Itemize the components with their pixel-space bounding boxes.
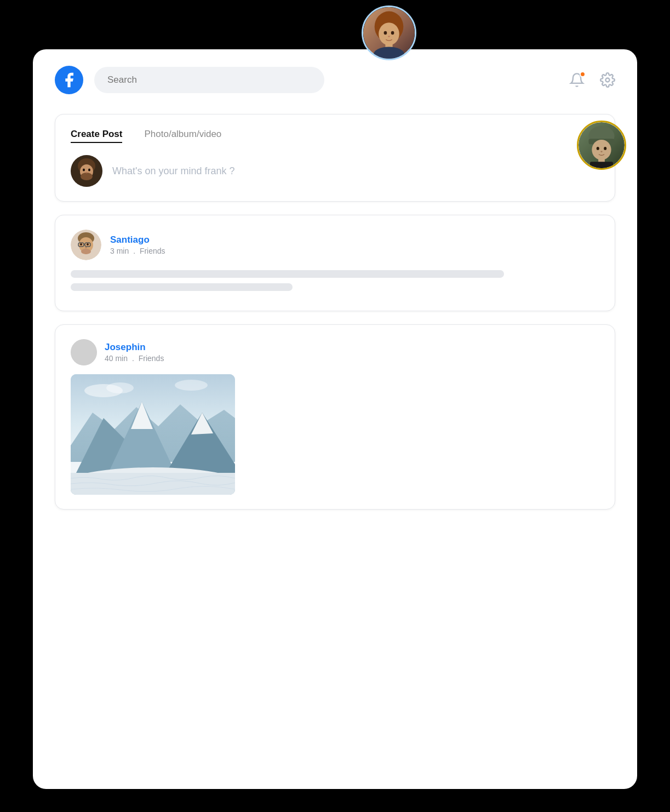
svg-point-9 xyxy=(592,140,611,160)
floating-avatar-right[interactable] xyxy=(577,121,626,170)
santiago-post-header: Santiago 3 min . Friends xyxy=(71,230,599,260)
josephin-post-header: Josephin 40 min . Friends xyxy=(71,339,235,365)
svg-point-29 xyxy=(80,243,82,245)
josephin-post-container: Josephin 40 min . Friends xyxy=(71,339,235,495)
santiago-post-card: Santiago 3 min . Friends xyxy=(55,215,615,311)
svg-point-1 xyxy=(379,22,399,45)
create-post-card: Create Post Photo/album/video xyxy=(55,114,615,202)
frank-avatar-image xyxy=(71,155,102,187)
santiago-name[interactable]: Santiago xyxy=(110,235,165,245)
svg-point-44 xyxy=(106,382,134,393)
santiago-post-meta: Santiago 3 min . Friends xyxy=(110,235,165,255)
svg-point-32 xyxy=(81,249,91,254)
josephin-name[interactable]: Josephin xyxy=(105,342,164,353)
tab-photo-album[interactable]: Photo/album/video xyxy=(144,129,221,143)
gear-icon xyxy=(600,72,615,88)
santiago-time-friends: 3 min . Friends xyxy=(110,247,165,255)
svg-point-4 xyxy=(388,36,390,37)
page-wrapper: Create Post Photo/album/video xyxy=(0,0,670,812)
avatar-top-image xyxy=(363,7,415,59)
mountain-scene-svg xyxy=(71,374,235,495)
svg-point-12 xyxy=(600,151,602,153)
post-content-line-1 xyxy=(71,270,504,278)
svg-point-11 xyxy=(604,147,606,150)
search-input[interactable] xyxy=(94,67,324,93)
svg-point-3 xyxy=(391,31,394,35)
navbar xyxy=(55,66,615,94)
post-content-line-2 xyxy=(71,283,293,291)
svg-point-45 xyxy=(175,380,208,391)
create-post-tabs: Create Post Photo/album/video xyxy=(71,129,599,143)
create-post-input-row: What's on your mind frank ? xyxy=(71,155,599,187)
frank-avatar xyxy=(71,155,102,187)
svg-point-30 xyxy=(87,243,89,245)
settings-button[interactable] xyxy=(600,72,615,88)
svg-point-10 xyxy=(597,147,599,150)
josephin-post-card: Josephin 40 min . Friends xyxy=(55,324,615,510)
facebook-f-icon xyxy=(60,71,78,89)
svg-point-22 xyxy=(86,172,88,173)
josephin-post-image[interactable] xyxy=(71,374,235,495)
main-card: Create Post Photo/album/video xyxy=(33,49,637,789)
svg-point-33 xyxy=(71,339,97,365)
svg-rect-14 xyxy=(590,162,613,168)
josephin-time-friends: 40 min . Friends xyxy=(105,354,164,363)
josephin-avatar-image xyxy=(71,339,97,365)
bell-button[interactable] xyxy=(569,72,585,88)
svg-point-20 xyxy=(83,169,85,171)
floating-avatar-top[interactable] xyxy=(362,5,416,60)
avatar-right-image xyxy=(579,122,625,168)
facebook-logo[interactable] xyxy=(55,66,83,94)
svg-point-15 xyxy=(606,78,610,82)
post-input-placeholder[interactable]: What's on your mind frank ? xyxy=(112,165,599,177)
santiago-avatar xyxy=(71,230,101,260)
tab-create-post[interactable]: Create Post xyxy=(71,129,122,143)
navbar-icons xyxy=(569,72,615,88)
josephin-avatar xyxy=(71,339,97,365)
svg-point-31 xyxy=(85,247,87,248)
josephin-post-meta: Josephin 40 min . Friends xyxy=(105,342,164,363)
santiago-avatar-image xyxy=(71,230,101,260)
notification-dot xyxy=(580,71,586,77)
svg-point-19 xyxy=(81,173,93,180)
svg-point-2 xyxy=(384,31,387,35)
svg-point-21 xyxy=(88,169,90,171)
